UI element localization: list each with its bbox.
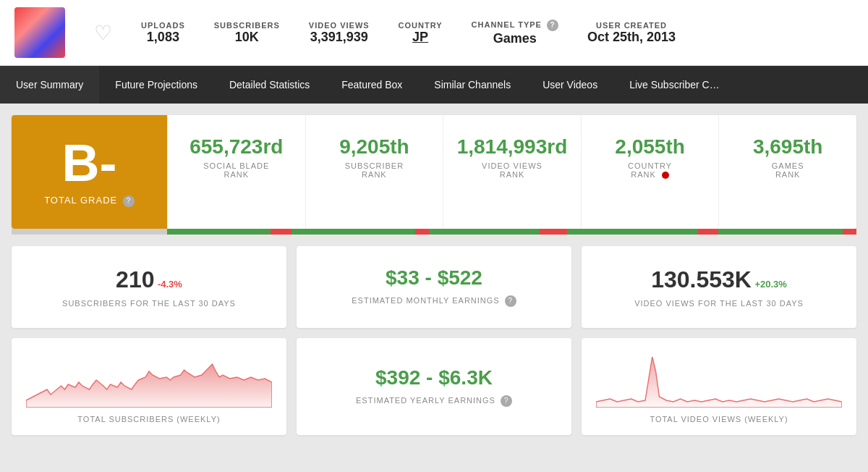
grade-label: TOTAL GRADE ? bbox=[44, 195, 135, 207]
nav-item-similar-channels[interactable]: Similar Channels bbox=[418, 66, 527, 104]
video-views-weekly-label: TOTAL VIDEO VIEWS (WEEKLY) bbox=[596, 415, 842, 423]
user-created-value: Oct 25th, 2013 bbox=[587, 30, 676, 45]
country-rank-label: COUNTRY RANK bbox=[589, 161, 712, 179]
video-views-rank-value: 1,814,993rd bbox=[451, 135, 574, 159]
progress-bar-grade bbox=[12, 229, 167, 235]
video-views-stat: VIDEO VIEWS 3,391,939 bbox=[309, 21, 370, 45]
country-rank-value: 2,055th bbox=[589, 135, 712, 159]
subscribers-30-label: SUBSCRIBERS FOR THE LAST 30 DAYS bbox=[26, 299, 272, 308]
games-rank-label: GAMES RANK bbox=[726, 161, 849, 179]
subscribers-weekly-chart-box: TOTAL SUBSCRIBERS (WEEKLY) bbox=[12, 338, 286, 435]
navigation-bar: User Summary Future Projections Detailed… bbox=[0, 66, 868, 104]
subscribers-30-change: -4.3% bbox=[158, 279, 182, 290]
progress-bar-subscriber bbox=[305, 229, 443, 235]
subscribers-stat: SUBSCRIBERS 10K bbox=[214, 21, 280, 45]
yearly-earnings-box: $392 - $6.3K ESTIMATED YEARLY EARNINGS ? bbox=[297, 338, 571, 435]
channel-type-value: Games bbox=[472, 31, 558, 46]
subscriber-rank-value: 9,205th bbox=[313, 135, 436, 159]
avatar-image bbox=[14, 7, 65, 58]
user-created-label: USER CREATED bbox=[587, 21, 676, 30]
yearly-earnings-label: ESTIMATED YEARLY EARNINGS ? bbox=[311, 395, 557, 407]
grade-help-icon[interactable]: ? bbox=[123, 195, 135, 207]
subscriber-rank-card: 9,205th SUBSCRIBER RANK bbox=[305, 115, 443, 229]
channel-type-help-icon[interactable]: ? bbox=[547, 20, 558, 31]
social-blade-rank-value: 655,723rd bbox=[175, 135, 298, 159]
grade-box: B- TOTAL GRADE ? bbox=[12, 115, 167, 229]
progress-bar-games bbox=[718, 229, 856, 235]
rank-row: B- TOTAL GRADE ? 655,723rd SOCIAL BLADE … bbox=[12, 115, 856, 229]
chart-row: TOTAL SUBSCRIBERS (WEEKLY) $392 - $6.3K … bbox=[12, 338, 856, 435]
social-blade-rank-label: SOCIAL BLADE RANK bbox=[175, 161, 298, 179]
grade-letter: B- bbox=[62, 137, 117, 189]
country-rank-card: 2,055th COUNTRY RANK bbox=[581, 115, 719, 229]
video-views-rank-card: 1,814,993rd VIDEO VIEWS RANK bbox=[443, 115, 581, 229]
monthly-earnings-label: ESTIMATED MONTHLY EARNINGS ? bbox=[311, 295, 557, 307]
country-stat: COUNTRY JP bbox=[399, 21, 443, 45]
games-rank-value: 3,695th bbox=[726, 135, 849, 159]
country-label: COUNTRY bbox=[399, 21, 443, 30]
user-created-stat: USER CREATED Oct 25th, 2013 bbox=[587, 21, 676, 45]
channel-type-stat: CHANNEL TYPE ? Games bbox=[472, 20, 558, 46]
video-views-30-main: 130.553K +20.3% bbox=[596, 266, 842, 293]
progress-bars-row bbox=[12, 229, 856, 235]
progress-bar-video-views bbox=[443, 229, 581, 235]
channel-avatar bbox=[14, 7, 65, 58]
uploads-stat: UPLOADS 1,083 bbox=[141, 21, 185, 45]
yearly-earnings-help-icon[interactable]: ? bbox=[501, 395, 512, 407]
subscribers-label: SUBSCRIBERS bbox=[214, 21, 280, 30]
video-views-rank-label: VIDEO VIEWS RANK bbox=[451, 161, 574, 179]
subscribers-value: 10K bbox=[214, 30, 280, 45]
subscribers-weekly-label: TOTAL SUBSCRIBERS (WEEKLY) bbox=[26, 415, 272, 423]
uploads-value: 1,083 bbox=[141, 30, 185, 45]
video-views-weekly-chart bbox=[596, 350, 842, 408]
games-rank-card: 3,695th GAMES RANK bbox=[718, 115, 856, 229]
subscribers-30-days-box: 210 -4.3% SUBSCRIBERS FOR THE LAST 30 DA… bbox=[12, 246, 286, 328]
nav-item-user-summary[interactable]: User Summary bbox=[0, 66, 99, 104]
uploads-label: UPLOADS bbox=[141, 21, 185, 30]
video-views-weekly-chart-box: TOTAL VIDEO VIEWS (WEEKLY) bbox=[582, 338, 856, 435]
yearly-earnings-value: $392 - $6.3K bbox=[311, 366, 557, 389]
favorite-icon[interactable]: ♡ bbox=[94, 21, 112, 45]
video-views-value: 3,391,939 bbox=[309, 30, 370, 45]
main-content: B- TOTAL GRADE ? 655,723rd SOCIAL BLADE … bbox=[0, 104, 868, 447]
country-flag-dot bbox=[662, 172, 669, 179]
social-blade-rank-card: 655,723rd SOCIAL BLADE RANK bbox=[167, 115, 305, 229]
video-views-label: VIDEO VIEWS bbox=[309, 21, 370, 30]
video-views-30-label: VIDEO VIEWS FOR THE LAST 30 DAYS bbox=[596, 299, 842, 308]
monthly-earnings-value: $33 - $522 bbox=[311, 266, 557, 290]
video-views-30-change: +20.3% bbox=[754, 279, 786, 290]
nav-item-future-projections[interactable]: Future Projections bbox=[99, 66, 213, 104]
nav-item-detailed-statistics[interactable]: Detailed Statistics bbox=[213, 66, 326, 104]
subscribers-30-main: 210 -4.3% bbox=[26, 266, 272, 293]
nav-item-featured-box[interactable]: Featured Box bbox=[326, 66, 418, 104]
progress-bar-country bbox=[581, 229, 719, 235]
monthly-earnings-box: $33 - $522 ESTIMATED MONTHLY EARNINGS ? bbox=[297, 246, 571, 328]
progress-bar-social-blade bbox=[167, 229, 305, 235]
subscriber-rank-label: SUBSCRIBER RANK bbox=[313, 161, 436, 179]
header-stats-bar: ♡ UPLOADS 1,083 SUBSCRIBERS 10K VIDEO VI… bbox=[0, 0, 868, 66]
subscribers-weekly-chart bbox=[26, 350, 272, 408]
nav-item-user-videos[interactable]: User Videos bbox=[527, 66, 613, 104]
nav-item-live-subscriber[interactable]: Live Subscriber C… bbox=[613, 66, 736, 104]
stats-row: 210 -4.3% SUBSCRIBERS FOR THE LAST 30 DA… bbox=[12, 246, 856, 328]
video-views-30-days-box: 130.553K +20.3% VIDEO VIEWS FOR THE LAST… bbox=[582, 246, 856, 328]
country-value[interactable]: JP bbox=[399, 30, 443, 45]
channel-type-label: CHANNEL TYPE ? bbox=[472, 20, 558, 31]
monthly-earnings-help-icon[interactable]: ? bbox=[505, 295, 516, 307]
